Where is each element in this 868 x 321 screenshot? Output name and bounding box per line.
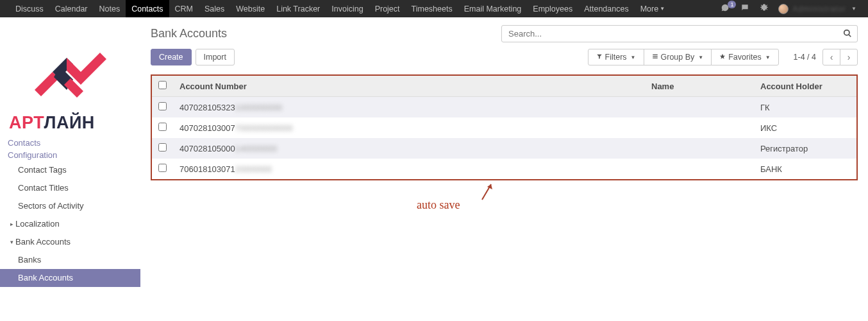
pager-text[interactable]: 1-4 / 4: [794, 53, 816, 62]
cell-account-number: 407028105323100000000: [173, 97, 645, 118]
nav-attendances[interactable]: Attendances: [578, 0, 635, 17]
cell-account-number: 7060181030712000000: [173, 159, 645, 179]
groupby-button[interactable]: Group By ▼: [644, 49, 712, 65]
sidebar-item-banks[interactable]: Banks: [0, 251, 140, 269]
messages-badge: 1: [728, 1, 736, 8]
cell-account-holder: ИКС: [754, 117, 856, 138]
caret-down-icon: ▾: [10, 236, 13, 248]
filters-button[interactable]: Filters ▼: [588, 49, 644, 65]
cell-name: [645, 159, 754, 179]
list-icon: [652, 53, 658, 62]
sidebar: АРТЛАЙН Contacts Configuration Contact T…: [0, 17, 140, 287]
nav-notes[interactable]: Notes: [94, 0, 126, 17]
col-account-number[interactable]: Account Number: [173, 76, 645, 97]
nav-employees[interactable]: Employees: [527, 0, 578, 17]
nav-project[interactable]: Project: [369, 0, 406, 17]
nav-contacts[interactable]: Contacts: [126, 0, 169, 17]
nav-invoicing[interactable]: Invoicing: [326, 0, 369, 17]
chevron-down-icon: ▼: [698, 55, 703, 60]
sidebar-item-bank-accounts[interactable]: Bank Accounts: [0, 269, 140, 287]
nav-link-tracker[interactable]: Link Tracker: [271, 0, 326, 17]
table-row[interactable]: 407028105323100000000ГК: [152, 97, 856, 118]
annotation-arrow: [478, 179, 497, 202]
chevron-down-icon: ▼: [765, 55, 771, 60]
annotation: auto save: [140, 183, 868, 221]
col-name[interactable]: Name: [645, 76, 754, 97]
col-account-holder[interactable]: Account Holder: [754, 76, 856, 97]
top-navbar: DiscussCalendarNotesContactsCRMSalesWebs…: [0, 0, 868, 17]
avatar: [778, 4, 789, 14]
favorites-button[interactable]: Favorites ▼: [711, 49, 778, 65]
nav-more[interactable]: More ▼: [635, 0, 671, 17]
bank-accounts-table: Account Number Name Account Holder 40702…: [152, 76, 856, 179]
sidebar-item-sectors-of-activity[interactable]: Sectors of Activity: [0, 197, 140, 215]
nav-crm[interactable]: CRM: [169, 0, 199, 17]
sidebar-heading-configuration: Configuration: [0, 149, 140, 161]
row-checkbox[interactable]: [158, 123, 167, 131]
cell-account-holder: Регистратор: [754, 138, 856, 159]
nav-sales[interactable]: Sales: [199, 0, 230, 17]
table-row[interactable]: 40702810500014000000Регистратор: [152, 138, 856, 159]
nav-timesheets[interactable]: Timesheets: [406, 0, 458, 17]
chevron-down-icon: ▼: [631, 55, 636, 60]
table-row[interactable]: 40702810300770000000000ИКС: [152, 117, 856, 138]
caret-right-icon: ▸: [10, 218, 13, 230]
svg-line-6: [849, 35, 851, 37]
nav-email-marketing[interactable]: Email Marketing: [458, 0, 528, 17]
user-menu[interactable]: Administrator ▼: [778, 4, 856, 14]
pager-next-button[interactable]: ›: [840, 49, 858, 65]
sidebar-heading-contacts[interactable]: Contacts: [0, 137, 140, 149]
table-highlight-frame: Account Number Name Account Holder 40702…: [151, 74, 858, 180]
filter-icon: [596, 53, 603, 62]
row-checkbox[interactable]: [158, 164, 167, 172]
sidebar-item-localization[interactable]: ▸Localization: [0, 215, 140, 233]
select-all-checkbox[interactable]: [158, 81, 167, 89]
chevron-down-icon: ▼: [851, 6, 856, 12]
cell-account-holder: БАНК: [754, 159, 856, 179]
sidebar-item-contact-titles[interactable]: Contact Titles: [0, 179, 140, 197]
debug-icon[interactable]: [759, 3, 769, 14]
cell-account-holder: ГК: [754, 97, 856, 118]
messages-icon[interactable]: 1: [719, 3, 731, 14]
page-title: Bank Accounts: [151, 27, 494, 40]
cell-name: [645, 97, 754, 118]
star-icon: [719, 53, 726, 62]
nav-website[interactable]: Website: [230, 0, 271, 17]
cell-account-number: 40702810300770000000000: [173, 117, 645, 138]
create-button[interactable]: Create: [151, 49, 192, 65]
search-input[interactable]: [501, 25, 858, 42]
cell-account-number: 40702810500014000000: [173, 138, 645, 159]
row-checkbox[interactable]: [158, 102, 167, 110]
import-button[interactable]: Import: [196, 49, 235, 65]
sidebar-item-bank-accounts[interactable]: ▾Bank Accounts: [0, 233, 140, 251]
svg-point-5: [844, 30, 849, 35]
row-checkbox[interactable]: [158, 143, 167, 152]
nav-discuss[interactable]: Discuss: [10, 0, 49, 17]
nav-calendar[interactable]: Calendar: [49, 0, 94, 17]
main-content: Bank Accounts Create Import Filters ▼: [140, 17, 868, 287]
table-row[interactable]: 7060181030712000000БАНК: [152, 159, 856, 179]
logo: АРТЛАЙН: [0, 25, 140, 137]
svg-rect-9: [653, 58, 658, 58]
cell-name: [645, 117, 754, 138]
svg-rect-8: [653, 56, 658, 56]
search-icon[interactable]: [843, 29, 852, 40]
chat-icon[interactable]: [740, 3, 750, 14]
svg-rect-7: [653, 55, 658, 55]
sidebar-item-contact-tags[interactable]: Contact Tags: [0, 161, 140, 179]
cell-name: [645, 138, 754, 159]
pager-prev-button[interactable]: ‹: [822, 49, 840, 65]
annotation-text: auto save: [417, 198, 460, 212]
